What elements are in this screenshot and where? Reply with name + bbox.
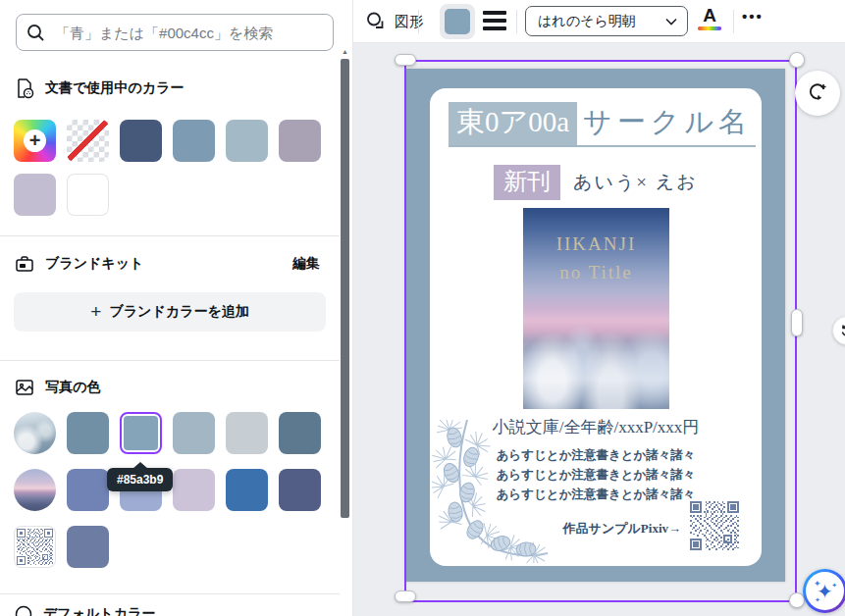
sparkle-small-icon: ✦ xyxy=(815,596,820,604)
add-comment-button[interactable] xyxy=(795,71,840,116)
book-cover-image[interactable]: IIKANJI no Title xyxy=(523,208,669,409)
default-colors-header: デフォルトカラー xyxy=(14,604,155,616)
color-swatch[interactable] xyxy=(173,412,215,454)
color-swatch-selected[interactable] xyxy=(120,412,162,454)
plus-icon: + xyxy=(90,301,101,323)
poster-page[interactable]: 東0ア00aサークル名 新刊 あいう× えお IIKANJI no Title … xyxy=(405,69,785,582)
selection-handle-top-right[interactable] xyxy=(789,52,805,68)
winter-photo-thumbnail[interactable] xyxy=(14,412,56,454)
qr-code-thumbnail[interactable] xyxy=(14,526,56,568)
canva-editor: 文書で使用中のカラー ブランドキット 編集 + ブランドカラーを追加 写真の色 xyxy=(0,0,845,616)
divider xyxy=(0,235,340,236)
event-code-text[interactable]: 東0ア00a xyxy=(449,102,577,145)
sparkle-small-icon: ✦ xyxy=(831,582,837,590)
brand-kit-icon xyxy=(14,253,35,275)
bar-icon xyxy=(483,19,506,23)
rotate-button[interactable] xyxy=(832,316,845,345)
title-row[interactable]: 東0ア00aサークル名 xyxy=(449,102,752,145)
poster-card[interactable]: 東0ア00aサークル名 新刊 あいう× えお IIKANJI no Title … xyxy=(430,88,762,566)
circle-name-text[interactable]: サークル名 xyxy=(583,106,752,137)
text-color-icon: A xyxy=(703,5,716,26)
scroll-up-arrow[interactable]: ▲ xyxy=(341,48,349,56)
photo-colors-icon xyxy=(14,377,35,398)
toolbar-divider xyxy=(418,10,419,33)
selection-handle-bottom-left[interactable] xyxy=(395,590,416,602)
sidebar-scrollbar[interactable] xyxy=(341,59,349,518)
selection-handle-right[interactable] xyxy=(791,309,803,336)
color-swatch[interactable] xyxy=(67,526,109,568)
color-swatch[interactable] xyxy=(67,469,109,511)
selection-handle-top-left[interactable] xyxy=(395,54,416,66)
color-swatch[interactable] xyxy=(173,120,215,162)
chevron-down-icon xyxy=(665,18,677,26)
color-swatch-fill xyxy=(124,416,158,450)
pairing-text[interactable]: あいう× えお xyxy=(573,170,698,195)
color-swatch[interactable] xyxy=(226,469,268,511)
default-colors-icon xyxy=(14,604,33,616)
color-swatch[interactable] xyxy=(67,412,109,454)
badge-row[interactable]: 新刊 あいう× えお xyxy=(494,165,698,200)
color-swatch[interactable] xyxy=(226,120,268,162)
new-release-badge[interactable]: 新刊 xyxy=(494,165,560,200)
add-brand-color-label: ブランドカラーを追加 xyxy=(109,303,248,321)
photo-colors-title: 写真の色 xyxy=(45,379,100,396)
search-input[interactable] xyxy=(55,25,323,41)
color-swatch[interactable] xyxy=(226,412,268,454)
title-underline xyxy=(449,145,756,147)
color-swatch[interactable] xyxy=(279,469,321,511)
search-icon xyxy=(26,24,45,42)
font-family-dropdown[interactable]: はれのそら明朝 xyxy=(525,6,688,36)
color-swatch[interactable] xyxy=(120,120,162,162)
brand-kit-header: ブランドキット xyxy=(14,253,143,275)
document-colors-icon xyxy=(14,77,35,99)
qr-code[interactable] xyxy=(690,500,739,551)
comment-add-icon xyxy=(806,81,829,105)
shape-label: 図形 xyxy=(395,13,424,31)
document-color-swatches xyxy=(14,120,328,216)
toolbar-divider xyxy=(733,10,734,33)
photo-color-swatches-row3 xyxy=(67,526,109,568)
add-color-swatch[interactable] xyxy=(14,120,56,162)
brand-kit-title: ブランドキット xyxy=(45,255,143,273)
sample-link-text[interactable]: 作品サンプルPixiv→ xyxy=(534,520,681,538)
line-style-button[interactable] xyxy=(483,11,506,30)
pinecone-decoration[interactable] xyxy=(432,420,550,563)
color-swatch[interactable] xyxy=(279,412,321,454)
color-hex-tooltip: #85a3b9 xyxy=(107,468,173,491)
fill-color-button[interactable] xyxy=(440,4,475,39)
context-toolbar: 図形 はれのそら明朝 A ••• xyxy=(353,0,845,43)
photo-colors-header: 写真の色 xyxy=(14,377,100,398)
color-swatch[interactable] xyxy=(14,174,56,216)
color-search-box[interactable] xyxy=(16,14,334,51)
no-color-swatch[interactable] xyxy=(67,120,109,162)
document-colors-title: 文書で使用中のカラー xyxy=(45,79,184,97)
color-panel-sidebar: 文書で使用中のカラー ブランドキット 編集 + ブランドカラーを追加 写真の色 xyxy=(0,0,353,616)
shape-icon xyxy=(365,11,387,32)
design-canvas[interactable]: 東0ア00aサークル名 新刊 あいう× えお IIKANJI no Title … xyxy=(353,43,845,616)
bar-icon xyxy=(483,11,506,15)
more-options-button[interactable]: ••• xyxy=(742,8,764,25)
photo-color-row xyxy=(14,412,321,454)
sparkle-small-icon: ✦ xyxy=(814,579,821,589)
add-brand-color-button[interactable]: + ブランドカラーを追加 xyxy=(14,292,326,332)
color-swatch[interactable] xyxy=(173,469,215,511)
divider xyxy=(0,360,340,361)
sunset-photo-thumbnail[interactable] xyxy=(14,469,56,511)
brand-kit-edit-link[interactable]: 編集 xyxy=(292,255,320,273)
bar-icon xyxy=(483,26,506,30)
color-swatch[interactable] xyxy=(279,120,321,162)
magic-assistant-button[interactable]: ✦ ✦ ✦ ✦ xyxy=(803,569,845,613)
cover-title-text: IIKANJI no Title xyxy=(523,230,669,286)
rainbow-underline xyxy=(698,26,721,30)
fill-color-chip xyxy=(445,9,470,34)
photo-color-swatches-row1 xyxy=(67,412,321,454)
document-colors-header: 文書で使用中のカラー xyxy=(14,77,184,99)
photo-color-swatches-row2 xyxy=(67,469,321,511)
toolbar-divider xyxy=(516,10,517,33)
rotate-icon xyxy=(840,324,845,337)
color-swatch[interactable] xyxy=(67,174,109,216)
font-name: はれのそら明朝 xyxy=(538,13,636,30)
photo-color-row xyxy=(14,526,109,568)
divider xyxy=(0,593,340,594)
text-color-button[interactable]: A xyxy=(697,5,722,30)
